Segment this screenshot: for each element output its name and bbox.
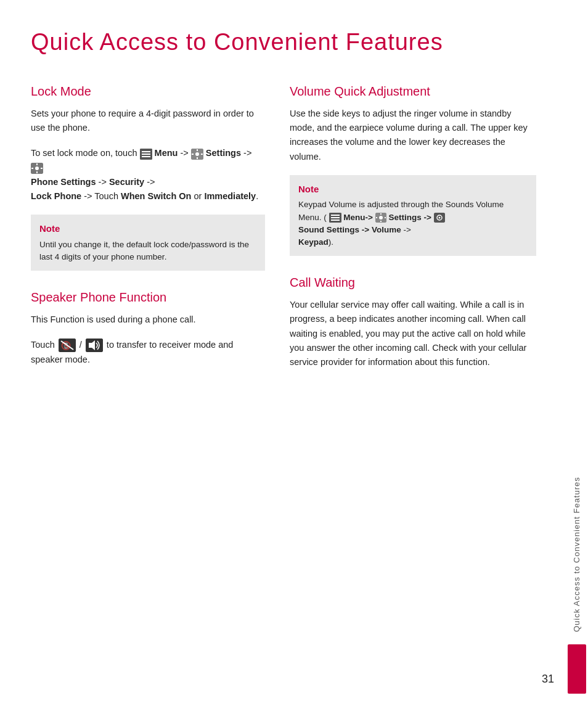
svg-rect-1 [142,151,150,152]
volume-body: Use the side keys to adjust the ringer v… [290,107,536,164]
speaker-icon [86,339,103,352]
svg-rect-24 [331,220,340,221]
volume-title: Volume Quick Adjustment [290,82,536,101]
speaker-phone-body1: This Function is used during a phone cal… [31,313,265,327]
volume-sound-icon [434,213,445,223]
svg-rect-15 [41,168,43,169]
page-title: Quick Access to Convenient Features [31,25,557,60]
lock-mode-body2: To set lock mode on, touch Menu -> [31,146,265,203]
svg-rect-27 [380,213,382,215]
page: Quick Access to Convenient Features Lock… [0,0,588,706]
svg-point-33 [438,216,440,218]
volume-settings-icon [375,213,386,223]
right-column: Volume Quick Adjustment Use the side key… [290,82,536,387]
speaker-phone-body2: Touch 📵 / [31,338,265,366]
svg-rect-29 [376,217,377,218]
lock-mode-arrow3: -> [99,177,107,187]
volume-note-volume: Volume [372,225,401,234]
lock-mode-note-box: Note Until you change it, the default lo… [31,215,265,271]
svg-rect-2 [142,154,150,155]
two-column-layout: Lock Mode Sets your phone to require a 4… [31,82,557,387]
svg-rect-12 [36,163,38,165]
volume-note-keypad: Keypad [298,237,329,247]
side-tab-label: Quick Access to Convenient Features [571,0,583,644]
speaker-phone-section: Speaker Phone Function This Function is … [31,288,265,367]
volume-note-body: Keypad Volume is adjusted through the So… [298,199,528,248]
svg-rect-6 [197,149,198,151]
call-waiting-title: Call Waiting [290,273,536,292]
volume-note-arrow: -> [403,225,410,234]
svg-rect-9 [201,154,203,155]
lock-mode-immediately: Immediately [204,191,256,201]
volume-note-sound-settings: Sound Settings -> [298,225,369,234]
svg-point-11 [35,166,39,170]
lock-mode-title: Lock Mode [31,82,265,101]
lock-mode-security: Security [109,177,144,187]
call-waiting-body: Your cellular service may offer call wai… [290,298,536,369]
svg-point-5 [195,152,199,156]
volume-note-menu: Menu-> [343,213,373,222]
lock-mode-touch-prefix: To set lock mode on, touch [31,148,137,158]
svg-rect-8 [192,154,194,155]
svg-rect-13 [36,171,38,173]
call-waiting-section: Call Waiting Your cellular service may o… [290,273,536,369]
svg-rect-7 [197,157,198,159]
lock-mode-note-title: Note [39,222,256,236]
svg-rect-14 [31,168,33,169]
left-column: Lock Mode Sets your phone to require a 4… [31,82,265,387]
lock-mode-body1: Sets your phone to require a 4-digit pas… [31,107,265,135]
settings-icon1 [191,149,203,160]
svg-rect-3 [142,156,150,157]
page-number: 31 [542,671,554,688]
volume-note-suffix: ). [329,237,333,247]
svg-point-26 [379,216,383,220]
volume-note-title: Note [298,183,528,197]
lock-mode-section: Lock Mode Sets your phone to require a 4… [31,82,265,271]
svg-rect-28 [380,221,382,222]
volume-menu-icon [329,213,341,223]
lock-mode-menu-label: Menu [155,148,178,158]
lock-mode-or: or [194,191,202,201]
svg-rect-30 [385,217,386,218]
lock-mode-arrow4: -> [147,177,155,187]
svg-rect-22 [331,215,340,216]
volume-note-settings: Settings -> [388,213,431,222]
lock-mode-settings-label: Settings [206,148,241,158]
lock-mode-when: When Switch On [121,191,191,201]
lock-mode-touch: -> Touch [84,191,118,201]
phone-settings-icon [31,163,43,174]
phone-mute-icon: 📵 [59,339,76,352]
volume-note-box: Note Keypad Volume is adjusted through t… [290,175,536,257]
lock-mode-phone-settings: Phone Settings [31,177,96,187]
speaker-phone-touch-prefix: Touch [31,340,55,350]
lock-mode-note-body: Until you change it, the default lock co… [39,239,256,264]
side-tab-bar [568,644,586,694]
menu-icon [140,149,152,160]
speaker-phone-title: Speaker Phone Function [31,288,265,306]
side-tab: Quick Access to Convenient Features [566,0,588,706]
volume-section: Volume Quick Adjustment Use the side key… [290,82,536,256]
lock-mode-arrow1: -> [180,148,188,158]
svg-rect-23 [331,217,340,218]
lock-mode-arrow2: -> [243,148,251,158]
lock-mode-lock-phone: Lock Phone [31,191,81,201]
lock-mode-period: . [256,191,258,201]
slash-separator: / [80,340,82,350]
